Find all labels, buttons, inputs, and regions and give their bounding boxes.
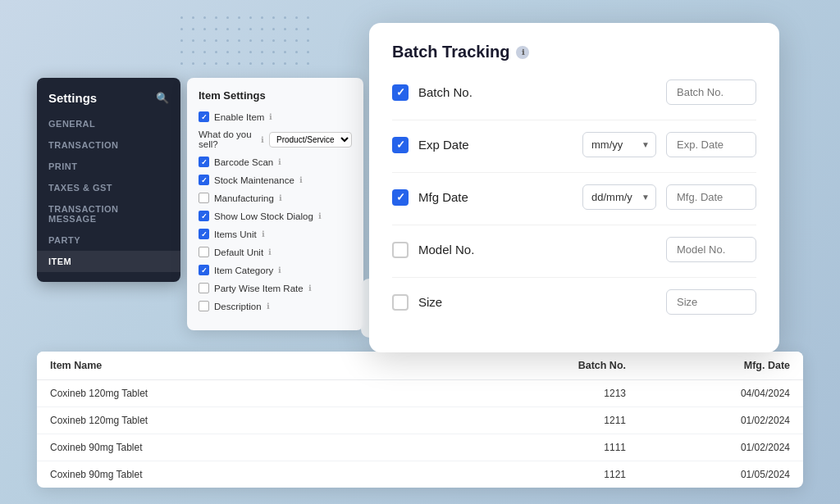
sidebar-item-general[interactable]: GENERAL [37, 113, 180, 134]
sidebar-item-taxes[interactable]: TAXES & GST [37, 177, 180, 198]
batch-modal-title: Batch Tracking ℹ [392, 43, 756, 61]
barcode-info: ℹ [278, 157, 281, 166]
mfgdate-select[interactable]: dd/mm/yy mm/yy mm/yyyy [582, 184, 656, 210]
table-row: Coxineb 120mg Tablet 1213 04/04/2024 [37, 380, 803, 407]
cell-item-name-0: Coxineb 120mg Tablet [37, 380, 475, 406]
mfgdate-label: Mfg Date [418, 190, 573, 204]
what-sell-select[interactable]: Product/Service [269, 132, 352, 148]
mfgdate-input[interactable] [666, 184, 756, 210]
sidebar-header: Settings 🔍 [37, 88, 180, 113]
expdate-label: Exp Date [418, 138, 573, 152]
setting-row-items-unit: Items Unit ℹ [199, 229, 352, 239]
item-category-label: Item Category [214, 266, 273, 275]
batchno-label: Batch No. [418, 85, 656, 99]
what-sell-info: ℹ [261, 135, 264, 144]
setting-row-default-unit: Default Unit ℹ [199, 247, 352, 257]
data-table: Item Name Batch No. Mfg. Date Coxineb 12… [37, 352, 803, 488]
item-category-info: ℹ [278, 266, 281, 275]
size-label: Size [418, 295, 656, 309]
cell-item-name-2: Coxineb 90mg Tablet [37, 434, 475, 461]
batch-row-mfgdate: Mfg Date dd/mm/yy mm/yy mm/yyyy ▼ [392, 184, 756, 210]
items-unit-label: Items Unit [214, 229, 257, 239]
col-mfg-date: Mfg. Date [639, 352, 803, 379]
enable-item-info: ℹ [269, 112, 272, 121]
cell-mfg-date-3: 01/05/2024 [639, 461, 803, 488]
cell-mfg-date-2: 01/02/2024 [639, 434, 803, 461]
stock-checkbox[interactable] [199, 175, 209, 185]
enable-item-label: Enable Item [214, 112, 264, 122]
divider-4 [392, 277, 756, 278]
batchno-checkbox[interactable] [392, 84, 409, 101]
search-icon[interactable]: 🔍 [156, 92, 169, 104]
enable-item-checkbox[interactable] [199, 111, 209, 122]
expdate-select-wrapper: mm/yy dd/mm/yy mm/yyyy ▼ [582, 132, 656, 157]
cell-item-name-3: Coxineb 90mg Tablet [37, 461, 475, 488]
expdate-checkbox[interactable] [392, 137, 409, 153]
size-input[interactable] [666, 289, 756, 315]
barcode-label: Barcode Scan [214, 157, 273, 167]
manufacturing-checkbox[interactable] [199, 193, 209, 203]
sidebar-title: Settings [48, 91, 97, 105]
description-label: Description [214, 302, 262, 311]
batchno-input[interactable] [666, 79, 756, 105]
batch-row-expdate: Exp Date mm/yy dd/mm/yy mm/yyyy ▼ [392, 132, 756, 157]
barcode-checkbox[interactable] [199, 157, 209, 167]
modelno-label: Model No. [418, 243, 656, 257]
cell-batch-no-0: 1213 [475, 380, 639, 406]
divider-1 [392, 120, 756, 120]
expdate-input[interactable] [666, 132, 756, 157]
sidebar-item-transaction[interactable]: TRANSACTION [37, 134, 180, 156]
expdate-select[interactable]: mm/yy dd/mm/yy mm/yyyy [582, 132, 656, 157]
stock-label: Stock Maintenance [214, 175, 294, 185]
table-row: Coxineb 90mg Tablet 1121 01/05/2024 [37, 461, 803, 488]
table-row: Coxineb 120mg Tablet 1211 01/02/2024 [37, 407, 803, 434]
sidebar-item-print[interactable]: PRINT [37, 156, 180, 177]
table-header: Item Name Batch No. Mfg. Date [37, 352, 803, 380]
col-batch-no: Batch No. [475, 352, 639, 379]
batch-info-icon: ℹ [516, 46, 529, 59]
settings-sidebar: Settings 🔍 GENERAL TRANSACTION PRINT TAX… [37, 78, 180, 282]
cell-item-name-1: Coxineb 120mg Tablet [37, 407, 475, 434]
default-unit-checkbox[interactable] [199, 247, 209, 257]
table-row: Coxineb 90mg Tablet 1111 01/02/2024 [37, 434, 803, 461]
cell-mfg-date-0: 04/04/2024 [639, 380, 803, 406]
cell-batch-no-1: 1211 [475, 407, 639, 434]
setting-row-low-stock: Show Low Stock Dialog ℹ [199, 211, 352, 221]
cell-mfg-date-1: 01/02/2024 [639, 407, 803, 434]
divider-3 [392, 225, 756, 225]
item-settings-title: Item Settings [199, 89, 352, 102]
manufacturing-label: Manufacturing [214, 193, 274, 203]
batch-row-batchno: Batch No. [392, 79, 756, 105]
low-stock-checkbox[interactable] [199, 211, 209, 221]
stock-info: ℹ [299, 175, 303, 184]
sidebar-item-transaction-message[interactable]: TRANSACTION MESSAGE [37, 198, 180, 229]
low-stock-label: Show Low Stock Dialog [214, 211, 313, 221]
party-wise-label: Party Wise Item Rate [214, 284, 304, 293]
cell-batch-no-3: 1121 [475, 461, 639, 488]
divider-2 [392, 172, 756, 173]
setting-row-item-category: Item Category ℹ [199, 265, 352, 275]
items-unit-info: ℹ [262, 229, 265, 238]
party-wise-checkbox[interactable] [199, 283, 209, 293]
setting-row-manufacturing: Manufacturing ℹ [199, 193, 352, 203]
modelno-input[interactable] [666, 237, 756, 262]
item-category-checkbox[interactable] [199, 265, 209, 275]
modelno-checkbox[interactable] [392, 242, 409, 258]
items-unit-checkbox[interactable] [199, 229, 209, 239]
size-checkbox[interactable] [392, 294, 409, 311]
setting-row-what-sell: What do you sell? ℹ Product/Service [199, 129, 352, 149]
sidebar-item-item[interactable]: ITEM [37, 251, 180, 272]
default-unit-label: Default Unit [214, 247, 263, 257]
low-stock-info: ℹ [318, 211, 322, 220]
description-info: ℹ [267, 302, 270, 311]
description-checkbox[interactable] [199, 301, 209, 311]
mfgdate-select-wrapper: dd/mm/yy mm/yy mm/yyyy ▼ [582, 184, 656, 210]
sidebar-item-party[interactable]: PARTY [37, 229, 180, 251]
mfgdate-checkbox[interactable] [392, 189, 409, 206]
manufacturing-info: ℹ [279, 193, 282, 202]
what-sell-label: What do you sell? [199, 129, 256, 149]
setting-row-party-wise: Party Wise Item Rate ℹ [199, 283, 352, 293]
setting-row-barcode: Barcode Scan ℹ [199, 157, 352, 167]
setting-row-enable-item: Enable Item ℹ [199, 111, 352, 122]
party-wise-info: ℹ [308, 284, 312, 293]
